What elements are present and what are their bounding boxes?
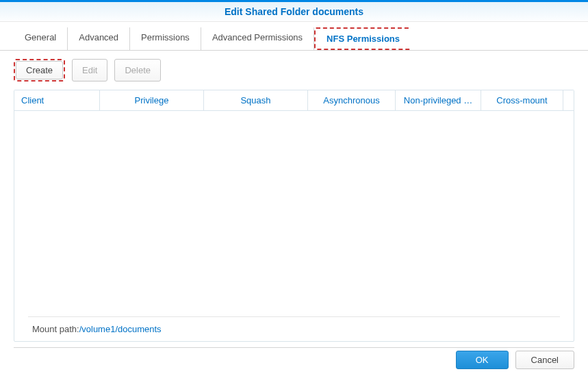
dialog-title: Edit Shared Folder documents: [225, 6, 363, 17]
delete-button[interactable]: Delete: [114, 59, 161, 82]
column-squash[interactable]: Squash: [204, 90, 308, 110]
table-header-row: Client Privilege Squash Asynchronous Non…: [14, 90, 574, 111]
tab-general[interactable]: General: [14, 27, 68, 50]
tab-nfs-permissions[interactable]: NFS Permissions: [314, 27, 411, 50]
permissions-table: Client Privilege Squash Asynchronous Non…: [14, 90, 574, 342]
tabs-bar: General Advanced Permissions Advanced Pe…: [0, 27, 588, 51]
edit-button[interactable]: Edit: [72, 59, 107, 82]
create-button[interactable]: Create: [16, 61, 63, 79]
column-spacer: [563, 90, 574, 110]
column-client[interactable]: Client: [14, 90, 100, 110]
toolbar: Create Edit Delete: [0, 51, 588, 90]
dialog-footer: OK Cancel: [456, 351, 574, 369]
tab-advanced-permissions[interactable]: Advanced Permissions: [201, 27, 314, 50]
cancel-button[interactable]: Cancel: [515, 351, 574, 369]
tab-advanced[interactable]: Advanced: [68, 27, 130, 50]
mount-path-info: Mount path:/volume1/documents: [28, 316, 560, 341]
tab-permissions[interactable]: Permissions: [130, 27, 201, 50]
mount-path-label: Mount path:: [32, 324, 79, 334]
column-non-privileged[interactable]: Non-privileged …: [396, 90, 481, 110]
table-body: [14, 111, 574, 316]
column-cross-mount[interactable]: Cross-mount: [481, 90, 563, 110]
footer-divider: [14, 347, 574, 348]
column-privilege[interactable]: Privilege: [100, 90, 204, 110]
column-asynchronous[interactable]: Asynchronous: [308, 90, 396, 110]
dialog-header: Edit Shared Folder documents: [0, 2, 588, 22]
create-highlight: Create: [14, 59, 65, 82]
mount-path-value: /volume1/documents: [79, 324, 162, 334]
ok-button[interactable]: OK: [456, 351, 509, 369]
